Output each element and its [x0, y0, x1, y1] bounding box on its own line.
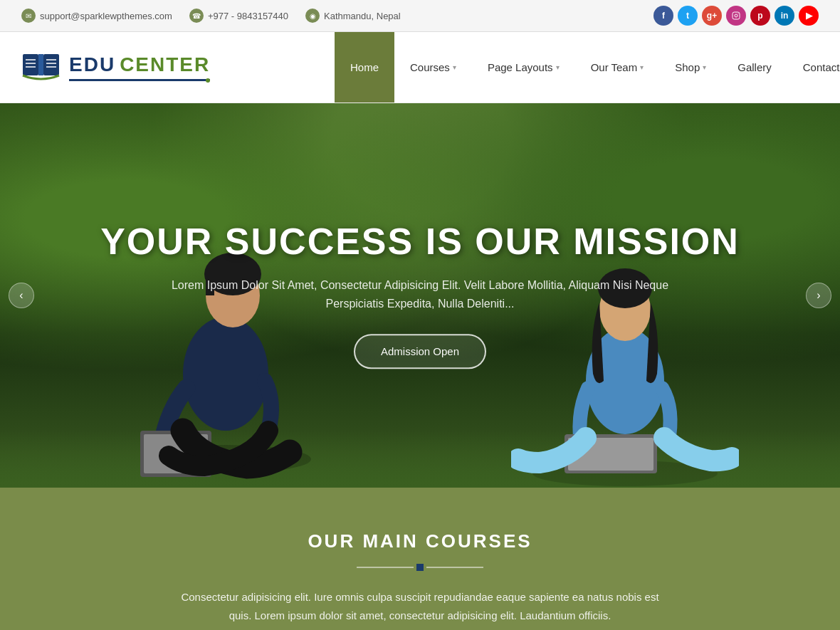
divider-dot: [416, 564, 424, 571]
phone-text: +977 - 9843157440: [208, 11, 288, 21]
courses-section-title: OUR MAIN COURSES: [21, 530, 819, 552]
logo-center: CENTER: [120, 53, 210, 76]
courses-section: OUR MAIN COURSES Consectetur adipisicing…: [0, 488, 840, 630]
nav-item-gallery[interactable]: Gallery: [722, 32, 787, 103]
nav-item-page-layouts[interactable]: Page Layouts ▾: [472, 32, 575, 103]
nav-link-our-team[interactable]: Our Team ▾: [575, 32, 660, 103]
linkedin-link[interactable]: in: [775, 6, 794, 26]
nav-item-contact[interactable]: Contact: [787, 32, 840, 103]
nav-menu: Home Courses ▾ Page Layouts ▾ Our Team ▾…: [335, 32, 840, 103]
nav-link-shop[interactable]: Shop ▾: [659, 32, 722, 103]
svg-rect-0: [733, 12, 740, 19]
logo-icon: [21, 50, 61, 85]
section-divider: [21, 564, 819, 571]
nav-item-our-team[interactable]: Our Team ▾: [575, 32, 660, 103]
logo-underline: [69, 79, 210, 81]
top-bar: ✉ support@sparklewpthemes.com ☎ +977 - 9…: [0, 0, 840, 32]
phone-contact: ☎ +977 - 9843157440: [189, 9, 288, 23]
slider-next-button[interactable]: ›: [806, 283, 831, 308]
hero-title: YOUR SUCCESS IS OUR MISSION: [84, 221, 756, 262]
nav-item-courses[interactable]: Courses ▾: [394, 32, 472, 103]
hero-subtitle: Lorem Ipsum Dolor Sit Amet, Consectetur …: [171, 277, 669, 313]
facebook-link[interactable]: f: [653, 6, 673, 26]
courses-section-desc: Consectetur adipisicing elit. Iure omnis…: [171, 588, 669, 624]
instagram-link[interactable]: [726, 6, 746, 26]
email-text: support@sparklewpthemes.com: [40, 11, 172, 21]
email-icon: ✉: [21, 9, 36, 23]
twitter-link[interactable]: t: [678, 6, 698, 26]
our-team-dropdown-arrow: ▾: [640, 63, 644, 71]
nav-link-contact[interactable]: Contact: [787, 32, 840, 103]
page-layouts-dropdown-arrow: ▾: [556, 63, 560, 71]
social-links: f t g+ p in ▶: [653, 6, 819, 26]
nav-link-gallery[interactable]: Gallery: [722, 32, 787, 103]
nav-link-home[interactable]: Home: [335, 32, 394, 103]
hero-section: YOUR SUCCESS IS OUR MISSION Lorem Ipsum …: [0, 103, 840, 488]
divider-line-right: [426, 567, 483, 568]
location-contact: ◉ Kathmandu, Nepal: [305, 9, 401, 23]
youtube-link[interactable]: ▶: [799, 6, 819, 26]
hero-content: YOUR SUCCESS IS OUR MISSION Lorem Ipsum …: [84, 221, 756, 369]
location-text: Kathmandu, Nepal: [324, 11, 401, 21]
location-icon: ◉: [305, 9, 320, 23]
svg-point-2: [738, 14, 739, 14]
nav-link-page-layouts[interactable]: Page Layouts ▾: [472, 32, 575, 103]
phone-icon: ☎: [189, 9, 204, 23]
svg-rect-4: [43, 54, 59, 75]
courses-dropdown-arrow: ▾: [453, 63, 456, 71]
slider-prev-button[interactable]: ‹: [9, 283, 34, 308]
google-plus-link[interactable]: g+: [702, 6, 722, 26]
nav-item-home[interactable]: Home: [335, 32, 394, 103]
shop-dropdown-arrow: ▾: [703, 63, 706, 71]
logo-edu: EDU: [69, 53, 115, 76]
nav-link-courses[interactable]: Courses ▾: [394, 32, 472, 103]
svg-rect-5: [38, 54, 43, 75]
pinterest-link[interactable]: p: [750, 6, 770, 26]
divider-line-left: [357, 567, 414, 568]
admission-open-button[interactable]: Admission Open: [354, 335, 486, 369]
email-contact: ✉ support@sparklewpthemes.com: [21, 9, 172, 23]
logo-text: EDU CENTER: [69, 53, 210, 81]
top-bar-contacts: ✉ support@sparklewpthemes.com ☎ +977 - 9…: [21, 9, 401, 23]
svg-point-1: [735, 14, 737, 17]
svg-rect-3: [23, 54, 38, 75]
navbar: EDU CENTER Home Courses ▾ Page Layouts ▾: [0, 32, 840, 103]
nav-item-shop[interactable]: Shop ▾: [659, 32, 722, 103]
logo-area: EDU CENTER: [0, 32, 335, 103]
